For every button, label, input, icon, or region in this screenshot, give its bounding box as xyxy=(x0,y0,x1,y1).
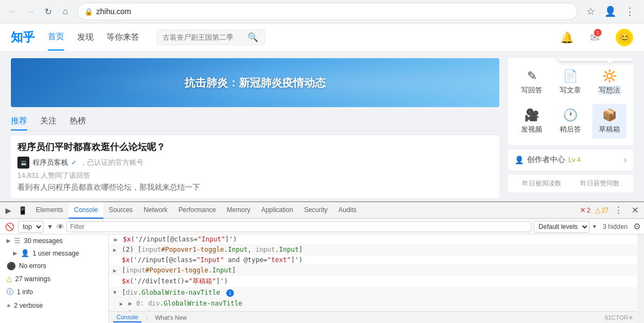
devtools-bottom-bar: Console | What's New §1CTOR✕ xyxy=(109,311,637,323)
bottom-right-text: §1CTOR✕ xyxy=(605,314,633,321)
info-item[interactable]: ⓘ 1 info xyxy=(0,285,108,299)
element-tooltip: div.GlobalWrite-navTitle 48 × 20.67 xyxy=(558,58,633,61)
levels-select[interactable]: Default levels xyxy=(534,221,590,233)
log-line-7[interactable]: ▶ ▶ 0: div.GlobalWrite-navTitle xyxy=(120,300,633,307)
feed-preview: 看到有人问程序员都喜欢哪些论坛，那我就来总结一下 xyxy=(17,183,344,192)
error-count[interactable]: ✕ 2 xyxy=(580,206,591,214)
dropdown-levels-arrow[interactable]: ▼ xyxy=(592,223,597,229)
clear-console-icon[interactable]: 🚫 xyxy=(3,221,16,233)
search-input[interactable] xyxy=(163,33,244,41)
bottom-tab-console[interactable]: Console xyxy=(113,313,141,322)
console-entry-6: ▼ [div.GlobalWrite-navTitle i xyxy=(109,288,637,299)
tab-memory[interactable]: Memory xyxy=(221,202,256,219)
author-name[interactable]: 程序员客栈 xyxy=(33,158,68,167)
creator-center[interactable]: 👤 创作者中心 Lv 4 › xyxy=(508,150,633,170)
video-icon: 🎥 xyxy=(524,108,539,122)
home-button[interactable]: ⌂ xyxy=(58,4,73,19)
nav-search-box[interactable]: 🔍 xyxy=(157,29,265,45)
more-button[interactable]: ⋮ xyxy=(621,3,639,20)
star-button[interactable]: ☆ xyxy=(582,3,599,20)
forward-button[interactable]: → xyxy=(23,4,38,19)
console-entry-2: ▶ (2) [input#Popover1-toggle.Input, inpu… xyxy=(109,245,637,255)
write-idea-label: 写想法 xyxy=(598,85,621,95)
filter-input[interactable] xyxy=(66,221,531,232)
info-label: 1 info xyxy=(17,288,33,296)
log-line-6[interactable]: ▼ [div.GlobalWrite-navTitle i xyxy=(113,289,633,297)
log-line-2[interactable]: ▶ (2) [input#Popover1-toggle.Input, inpu… xyxy=(113,246,633,253)
creator-level: Lv 4 xyxy=(568,156,581,164)
tab-security[interactable]: Security xyxy=(299,202,333,219)
tab-elements[interactable]: Elements xyxy=(30,202,69,219)
tab-application[interactable]: Application xyxy=(256,202,299,219)
inspect-icon[interactable]: ▶ xyxy=(2,206,15,215)
draft-box-btn[interactable]: 📦 草稿箱 xyxy=(592,104,627,139)
browser-chrome: ← → ↻ ⌂ 🔒 zhihu.com ☆ 👤 ⋮ xyxy=(0,0,644,23)
devtools-header: ▶ 📱 Elements Console Sources Network Per… xyxy=(0,202,644,219)
no-errors-item[interactable]: ⚫ No errors xyxy=(0,259,108,272)
tab-audits[interactable]: Audits xyxy=(333,202,362,219)
console-toolbar: 🚫 top ▼ 👁 Default levels ▼ 3 hidden ⚙ xyxy=(0,219,644,234)
search-icon[interactable]: 🔍 xyxy=(247,32,258,42)
draft-btn[interactable]: 🕐 稍后答 xyxy=(553,104,587,139)
tab-sources[interactable]: Sources xyxy=(103,202,138,219)
devtools-menu-button[interactable]: ⋮ xyxy=(611,205,626,215)
expand-4[interactable]: ▶ xyxy=(113,268,120,274)
console-entry-1: ▶ $x('//input[@class="Input"]') xyxy=(109,234,637,245)
reload-button[interactable]: ↻ xyxy=(40,4,55,19)
url-text: zhihu.com xyxy=(96,7,571,16)
devtools-tab-right: ✕ 2 △ 27 ⋮ ✕ xyxy=(580,205,642,215)
tab-following[interactable]: 关注 xyxy=(40,113,57,131)
warning-count[interactable]: △ 27 xyxy=(595,206,609,214)
log-line-1[interactable]: ▶ $x('//input[@class="Input"]') xyxy=(114,235,633,243)
tooltip-text: div.GlobalWrite-navTitle 48 × 20.67 xyxy=(563,58,633,59)
devtools-tab-bar: ▶ 📱 Elements Console Sources Network Per… xyxy=(0,202,644,219)
stats-row: 昨日被阅读数 昨日获赞同数 xyxy=(508,175,633,192)
context-select[interactable]: top xyxy=(18,221,44,233)
back-button[interactable]: ← xyxy=(5,4,21,19)
tab-network[interactable]: Network xyxy=(138,202,173,219)
user-avatar[interactable]: 😊 xyxy=(616,29,633,46)
devtools-close-button[interactable]: ✕ xyxy=(628,205,642,215)
message-button[interactable]: ✉ 1 xyxy=(590,31,599,44)
zhihu-logo[interactable]: 知乎 xyxy=(11,29,35,46)
address-bar[interactable]: 🔒 zhihu.com xyxy=(77,3,578,20)
nav-discover[interactable]: 发现 xyxy=(77,24,94,50)
feed-item: 程序员们平时都喜欢逛什么论坛呢？ 💻 程序员客栈 ✓ ，已认证的官方账号 14,… xyxy=(11,135,499,198)
log-line-4[interactable]: ▶ [input#Popover1-toggle.Input] xyxy=(113,266,633,274)
expand-7[interactable]: ▶ xyxy=(120,301,126,307)
feed-title[interactable]: 程序员们平时都喜欢逛什么论坛呢？ xyxy=(17,141,493,153)
zhihu-body: 抗击肺炎：新冠肺炎疫情动态 推荐 关注 热榜 程序员们平时都喜欢逛什么论坛呢？ … xyxy=(0,52,644,201)
console-scrollbar[interactable] xyxy=(637,234,644,323)
settings-gear-icon[interactable]: ⚙ xyxy=(633,221,641,232)
log-line-3[interactable]: ▶ $x('//input[@class="Input" and @type="… xyxy=(113,256,633,264)
warnings-item[interactable]: △ 27 warnings xyxy=(0,272,108,285)
device-icon[interactable]: 📱 xyxy=(15,206,30,215)
write-idea-btn[interactable]: div.GlobalWrite-navTitle 48 × 20.67 🔆 写想… xyxy=(592,65,627,100)
write-answer-btn[interactable]: ✎ 写回答 xyxy=(515,65,549,100)
lock-icon: 🔒 xyxy=(84,8,93,16)
expand-1[interactable]: ▶ xyxy=(114,237,121,243)
all-messages-item[interactable]: ▶ ☰ 30 messages xyxy=(0,234,108,247)
log-line-5[interactable]: ▶ $x('//div[text()="草稿箱"]') xyxy=(113,277,633,286)
expand-2[interactable]: ▶ xyxy=(113,247,120,253)
tab-hot[interactable]: 热榜 xyxy=(70,113,86,131)
write-article-btn[interactable]: 📄 写文章 xyxy=(553,65,587,100)
user-messages-item[interactable]: ▶ 👤 1 user message xyxy=(0,247,108,259)
yesterday-read: 昨日被阅读数 xyxy=(522,179,561,188)
tab-recommend[interactable]: 推荐 xyxy=(11,113,27,131)
banner: 抗击肺炎：新冠肺炎疫情动态 xyxy=(11,58,499,107)
verbose-item[interactable]: ● 2 verbose xyxy=(0,299,108,312)
expand-6[interactable]: ▼ xyxy=(113,290,120,296)
dropdown-arrow[interactable]: ▼ xyxy=(46,223,54,231)
notification-button[interactable]: 🔔 xyxy=(560,31,574,44)
nav-home[interactable]: 首页 xyxy=(48,24,64,51)
publish-video-btn[interactable]: 🎥 发视频 xyxy=(515,104,549,139)
bottom-tab-whatsnew[interactable]: What's New xyxy=(152,313,190,322)
tab-console[interactable]: Console xyxy=(69,202,103,219)
verified-text: ，已认证的官方账号 xyxy=(80,158,144,167)
tab-performance[interactable]: Performance xyxy=(173,202,221,219)
expand-icon: ▶ xyxy=(13,250,17,256)
nav-waiting[interactable]: 等你来答 xyxy=(107,24,139,50)
account-button[interactable]: 👤 xyxy=(602,3,619,20)
filter-eye-icon[interactable]: 👁 xyxy=(57,222,64,231)
